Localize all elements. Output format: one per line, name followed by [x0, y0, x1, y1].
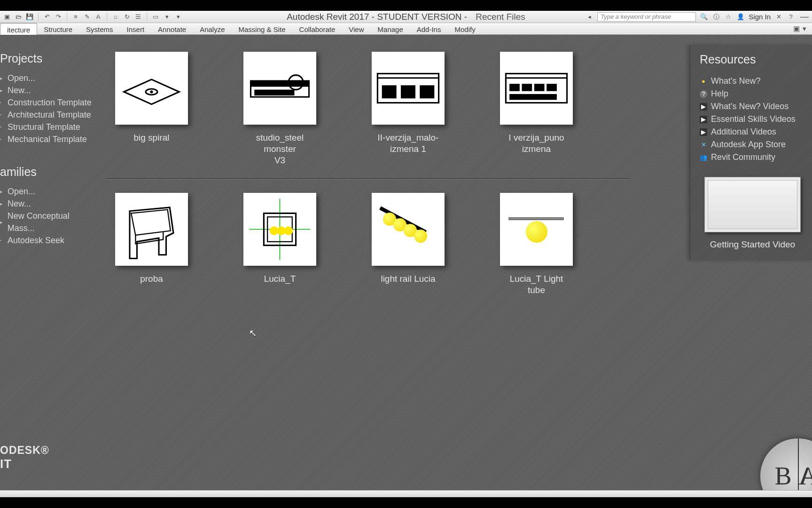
- projects-row: big spiral studio_steel monster V3 II-ve…: [115, 52, 695, 166]
- app-menu-icon[interactable]: ▣: [3, 13, 11, 21]
- project-caption: big spiral: [133, 132, 169, 143]
- svg-point-25: [284, 226, 293, 235]
- project-card[interactable]: studio_steel monster V3: [243, 52, 316, 166]
- tab-view[interactable]: View: [342, 23, 371, 34]
- exchange-icon: ✕: [700, 141, 707, 149]
- link-families-new[interactable]: New...: [0, 198, 96, 210]
- text-icon[interactable]: A: [94, 13, 102, 21]
- undo-icon[interactable]: ↶: [43, 13, 51, 21]
- svg-rect-6: [254, 90, 294, 95]
- svg-point-2: [150, 90, 153, 93]
- link-new-conceptual-mass[interactable]: New Conceptual Mass...: [0, 210, 96, 234]
- start-page: Projects Open... New... Construction Tem…: [0, 35, 812, 490]
- svg-rect-11: [420, 85, 434, 98]
- infocenter-chevron-icon[interactable]: ◂: [585, 13, 593, 21]
- res-help[interactable]: ?Help: [700, 87, 805, 100]
- star-icon[interactable]: ☆: [724, 13, 733, 21]
- print-icon[interactable]: ≡: [71, 13, 80, 21]
- tab-systems[interactable]: Systems: [79, 23, 120, 34]
- resources-list: ●What's New? ?Help ▶What's New? Videos ▶…: [700, 75, 805, 164]
- link-architectural-template[interactable]: Architectural Template: [0, 109, 96, 121]
- tab-annotate[interactable]: Annotate: [151, 23, 193, 34]
- sync-icon[interactable]: ↻: [123, 13, 131, 21]
- tab-modify[interactable]: Modify: [448, 23, 482, 34]
- measure-icon[interactable]: ✎: [83, 13, 91, 21]
- play-icon: ▶: [700, 128, 707, 136]
- titlebar: ▣ 🗁 💾 ↶ ↷ ≡ ✎ A ⌂ ↻ ☰ ▭ ▾ ▾ Autodesk Rev…: [0, 11, 812, 23]
- project-card[interactable]: II-verzija_malo- izmena 1: [372, 52, 445, 166]
- link-projects-open[interactable]: Open...: [0, 72, 96, 84]
- link-mechanical-template[interactable]: Mechanical Template: [0, 133, 96, 145]
- projects-links: Open... New... Construction Template Arc…: [0, 72, 96, 145]
- app-title: Autodesk Revit 2017 - STUDENT VERSION -: [287, 12, 467, 22]
- save-icon[interactable]: 💾: [25, 13, 34, 21]
- svg-rect-17: [547, 84, 557, 91]
- link-projects-new[interactable]: New...: [0, 84, 96, 96]
- minimize-button[interactable]: —: [799, 12, 810, 22]
- families-links: Open... New... New Conceptual Mass... Au…: [0, 185, 96, 246]
- res-whats-new-videos[interactable]: ▶What's New? Videos: [700, 100, 805, 113]
- project-caption: studio_steel monster V3: [243, 132, 316, 166]
- family-thumb: [243, 193, 316, 266]
- families-row: proba Lucia_T: [115, 193, 695, 296]
- res-whats-new[interactable]: ●What's New?: [700, 75, 805, 87]
- tab-massing-site[interactable]: Massing & Site: [232, 23, 293, 34]
- svg-rect-15: [522, 84, 532, 91]
- getting-started-video[interactable]: ▶ Getting Started Video: [700, 177, 805, 250]
- ribbon-chevron-icon[interactable]: ▾: [803, 24, 806, 33]
- project-thumb: [115, 52, 188, 125]
- list-icon[interactable]: ☰: [134, 13, 142, 21]
- open-icon[interactable]: 🗁: [14, 13, 23, 21]
- link-families-open[interactable]: Open...: [0, 185, 96, 198]
- resources-heading: Resources: [700, 53, 805, 66]
- exchange-icon[interactable]: ✕: [774, 13, 783, 21]
- family-caption: proba: [140, 273, 163, 285]
- tab-analyze[interactable]: Analyze: [193, 23, 232, 34]
- search-icon[interactable]: 🔍: [700, 13, 708, 21]
- customize-icon[interactable]: ▾: [174, 13, 182, 21]
- user-icon[interactable]: 👤: [736, 13, 745, 21]
- res-app-store[interactable]: ✕Autodesk App Store: [700, 138, 805, 151]
- tab-insert[interactable]: Insert: [120, 23, 152, 34]
- tab-addins[interactable]: Add-Ins: [410, 23, 448, 34]
- res-community[interactable]: 👥Revit Community: [700, 151, 805, 164]
- autodesk-branding: ODESK® IT: [0, 444, 49, 471]
- project-card[interactable]: I verzija_puno izmena: [500, 52, 573, 166]
- play-icon: ▶: [700, 103, 707, 111]
- family-card[interactable]: Lucia_T Light tube: [500, 193, 573, 296]
- help-icon[interactable]: ?: [787, 13, 795, 21]
- ribbon-panel-icon[interactable]: ▣: [793, 24, 800, 33]
- svg-rect-10: [401, 85, 415, 98]
- window-icon[interactable]: ▭: [151, 13, 160, 21]
- tab-structure[interactable]: Structure: [37, 23, 79, 34]
- statusbar: [0, 490, 812, 497]
- redo-icon[interactable]: ↷: [54, 13, 62, 21]
- family-card[interactable]: light rail Lucia: [372, 193, 445, 296]
- section-divider: [106, 178, 630, 179]
- tab-architecture[interactable]: itecture: [0, 23, 37, 35]
- project-card[interactable]: big spiral: [115, 52, 188, 166]
- home-icon[interactable]: ⌂: [111, 13, 120, 21]
- projects-heading: Projects: [0, 52, 96, 65]
- svg-rect-18: [509, 94, 557, 100]
- search-input[interactable]: Type a keyword or phrase: [597, 12, 696, 22]
- switch-icon[interactable]: ▾: [163, 13, 171, 21]
- tab-collaborate[interactable]: Collaborate: [293, 23, 343, 34]
- bulb-icon: ●: [700, 78, 707, 85]
- family-card[interactable]: Lucia_T: [243, 193, 316, 296]
- res-essential-skills[interactable]: ▶Essential Skills Videos: [700, 113, 805, 126]
- tab-manage[interactable]: Manage: [371, 23, 410, 34]
- link-construction-template[interactable]: Construction Template: [0, 96, 96, 109]
- app-window: ▣ 🗁 💾 ↶ ↷ ≡ ✎ A ⌂ ↻ ☰ ▭ ▾ ▾ Autodesk Rev…: [0, 11, 812, 497]
- res-additional-videos[interactable]: ▶Additional Videos: [700, 126, 805, 138]
- project-thumb: [243, 52, 316, 125]
- signin-link[interactable]: Sign In: [749, 13, 771, 21]
- community-icon: 👥: [700, 154, 707, 161]
- project-caption: II-verzija_malo- izmena 1: [378, 132, 439, 155]
- key-icon[interactable]: ⓘ: [712, 13, 720, 21]
- link-autodesk-seek[interactable]: Autodesk Seek: [0, 234, 96, 246]
- ribbon: itecture Structure Systems Insert Annota…: [0, 23, 812, 35]
- family-caption: Lucia_T: [264, 273, 296, 285]
- family-card[interactable]: proba: [115, 193, 188, 296]
- link-structural-template[interactable]: Structural Template: [0, 121, 96, 133]
